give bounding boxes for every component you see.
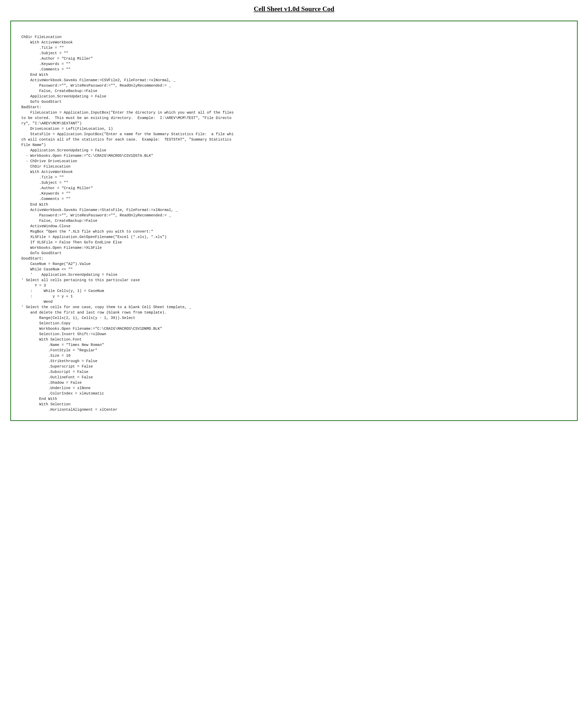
code-block: ChDir FileLocation With ActiveWorkbook .… (10, 21, 578, 421)
page-title: Cell Sheet v1.0d Source Cod (10, 5, 578, 13)
